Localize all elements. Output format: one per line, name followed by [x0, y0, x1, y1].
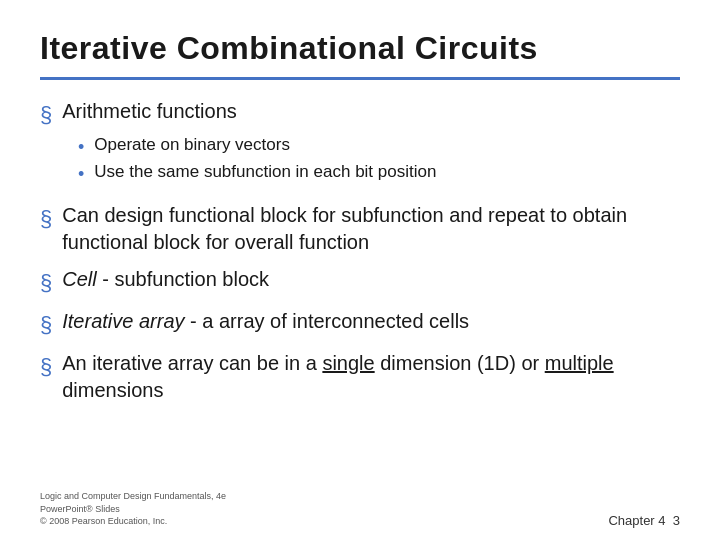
single-pre: An iterative array can be in a — [62, 352, 322, 374]
section-arithmetic: § Arithmetic functions • Operate on bina… — [40, 98, 680, 186]
sub-bullet-text-1: Operate on binary vectors — [94, 134, 290, 157]
bullet-arithmetic-text: Arithmetic functions — [62, 98, 237, 125]
footer-page: 3 — [673, 513, 680, 528]
dot-icon-1: • — [78, 135, 84, 159]
cell-rest: - subfunction block — [97, 268, 269, 290]
single-underline: single — [322, 352, 374, 374]
cell-italic: Cell — [62, 268, 96, 290]
bullet-iterative: § Iterative array - a array of interconn… — [40, 308, 680, 340]
bullet-icon-design: § — [40, 204, 52, 234]
footer-line1: Logic and Computer Design Fundamentals, … — [40, 490, 226, 503]
footer-chapter: Chapter 4 — [608, 513, 665, 528]
iterative-italic: Iterative array — [62, 310, 184, 332]
sub-bullets-arithmetic: • Operate on binary vectors • Use the sa… — [78, 134, 680, 187]
dot-icon-2: • — [78, 162, 84, 186]
footer-right: Chapter 4 3 — [608, 513, 680, 528]
single-post: dimensions — [62, 379, 163, 401]
sub-bullet-2: • Use the same subfunction in each bit p… — [78, 161, 680, 186]
sub-bullet-1: • Operate on binary vectors — [78, 134, 680, 159]
bullet-icon-iterative: § — [40, 310, 52, 340]
bullet-icon-single: § — [40, 352, 52, 382]
bullet-icon-cell: § — [40, 268, 52, 298]
bullet-cell-text: Cell - subfunction block — [62, 266, 269, 293]
single-mid: dimension (1D) or — [375, 352, 545, 374]
bullet-arithmetic: § Arithmetic functions — [40, 98, 680, 130]
bullet-single-text: An iterative array can be in a single di… — [62, 350, 680, 404]
sub-bullet-text-2: Use the same subfunction in each bit pos… — [94, 161, 436, 184]
title-divider — [40, 77, 680, 80]
slide: Iterative Combinational Circuits § Arith… — [0, 0, 720, 540]
bullet-iterative-text: Iterative array - a array of interconnec… — [62, 308, 469, 335]
bullet-design-text: Can design functional block for subfunct… — [62, 202, 680, 256]
slide-content: § Arithmetic functions • Operate on bina… — [40, 98, 680, 520]
bullet-single: § An iterative array can be in a single … — [40, 350, 680, 404]
footer-left: Logic and Computer Design Fundamentals, … — [40, 490, 226, 528]
footer: Logic and Computer Design Fundamentals, … — [40, 490, 680, 528]
bullet-design: § Can design functional block for subfun… — [40, 202, 680, 256]
slide-title: Iterative Combinational Circuits — [40, 30, 680, 67]
bullet-icon-arithmetic: § — [40, 100, 52, 130]
footer-line3: © 2008 Pearson Education, Inc. — [40, 515, 226, 528]
footer-line2: PowerPoint® Slides — [40, 503, 226, 516]
iterative-rest: - a array of interconnected cells — [185, 310, 470, 332]
multiple-underline: multiple — [545, 352, 614, 374]
bullet-cell: § Cell - subfunction block — [40, 266, 680, 298]
